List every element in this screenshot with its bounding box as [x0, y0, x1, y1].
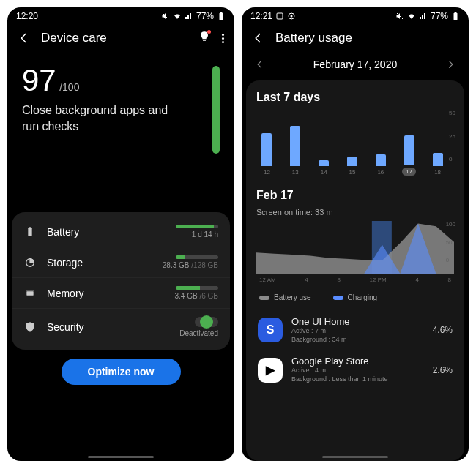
app-row[interactable]: ▶Google Play StoreActive : 4 mBackground… — [256, 350, 454, 389]
svg-rect-6 — [28, 228, 31, 236]
more-icon[interactable] — [222, 34, 224, 43]
page-title: Device care — [41, 31, 188, 45]
status-icon — [287, 12, 296, 20]
memory-icon — [23, 287, 37, 300]
nav-indicator — [88, 456, 154, 458]
header: Battery usage — [242, 25, 469, 51]
bar-label: 15 — [349, 169, 356, 176]
bar — [404, 135, 414, 165]
bar-col[interactable]: 12 — [256, 133, 278, 176]
usage-panel: Last 7 days 1213141516171850250 Feb 17 S… — [246, 80, 464, 461]
battery-icon — [451, 12, 460, 20]
mute-icon — [395, 12, 404, 20]
wifi-icon — [407, 12, 416, 20]
app-name: Google Play Store — [291, 356, 424, 367]
storage-label: Storage — [47, 257, 152, 269]
bar — [261, 133, 272, 166]
security-status: Deactivated — [179, 329, 218, 337]
bar — [290, 126, 300, 166]
bar-col[interactable]: 16 — [370, 154, 391, 176]
status-battery-pct: 77% — [431, 11, 448, 21]
score-bar — [212, 66, 220, 154]
wifi-icon — [173, 12, 182, 20]
memory-used: 3.4 GB — [175, 292, 198, 300]
memory-label: Memory — [47, 288, 165, 299]
battery-icon — [23, 225, 37, 239]
last7-title: Last 7 days — [256, 91, 454, 104]
bar-label: 14 — [321, 169, 327, 176]
status-icon — [275, 12, 284, 20]
svg-rect-7 — [29, 227, 31, 228]
status-bar: 12:21 77% — [242, 7, 469, 25]
screen-on-time: Screen on time: 33 m — [256, 208, 454, 217]
signal-icon — [185, 12, 193, 20]
header: Device care — [7, 25, 234, 51]
legend-battery: Battery use — [274, 293, 311, 301]
next-date-icon[interactable] — [445, 59, 455, 70]
bar-col[interactable]: 18 — [427, 153, 448, 176]
svg-point-12 — [291, 15, 293, 18]
score-message: Close background apps and run checks — [22, 102, 176, 134]
shield-icon — [23, 320, 37, 334]
today-chart[interactable]: 100500 — [256, 221, 454, 274]
svg-rect-4 — [220, 13, 223, 20]
app-icon: S — [258, 318, 283, 342]
battery-time: 1 d 14 h — [192, 230, 218, 239]
back-icon[interactable] — [18, 31, 31, 45]
score-area: 97 /100 Close background apps and run ch… — [7, 51, 234, 161]
score-denom: /100 — [59, 81, 79, 93]
storage-icon — [23, 256, 37, 269]
app-name: One UI Home — [291, 316, 424, 327]
memory-row[interactable]: Memory 3.4 GB /6 GB — [12, 277, 230, 308]
svg-rect-15 — [455, 12, 457, 13]
security-row[interactable]: Security Deactivated — [12, 308, 230, 345]
status-time: 12:21 — [250, 11, 272, 21]
svg-rect-14 — [454, 13, 458, 20]
date-nav: February 17, 2020 — [242, 51, 469, 78]
bar — [347, 157, 357, 166]
bar — [376, 154, 386, 166]
app-active: Active : 4 m — [291, 367, 424, 375]
today-title: Feb 17 — [256, 189, 454, 202]
memory-total: /6 GB — [199, 292, 218, 300]
optimize-button[interactable]: Optimize now — [62, 359, 181, 385]
battery-row[interactable]: Battery 1 d 14 h — [12, 217, 230, 247]
bar-col[interactable]: 13 — [285, 126, 306, 176]
bar-label: 18 — [434, 169, 441, 176]
bar-label: 12 — [264, 169, 270, 176]
battery-icon — [217, 12, 226, 20]
security-toggle[interactable] — [195, 317, 218, 327]
svg-rect-5 — [220, 12, 223, 13]
app-active: Active : 7 m — [291, 327, 424, 336]
security-label: Security — [47, 321, 169, 333]
app-background: Background : Less than 1 minute — [291, 375, 424, 384]
back-icon[interactable] — [252, 31, 265, 45]
bar-col[interactable]: 17 — [398, 135, 420, 176]
status-battery-pct: 77% — [196, 11, 214, 21]
tips-icon[interactable] — [198, 31, 210, 45]
storage-total: /128 GB — [191, 261, 218, 269]
legend-charging: Charging — [348, 293, 378, 301]
app-pct: 4.6% — [433, 325, 453, 335]
status-bar: 12:20 77% — [7, 7, 234, 25]
bar-col[interactable]: 15 — [342, 157, 363, 176]
bar — [319, 160, 329, 166]
status-time: 12:20 — [16, 11, 38, 21]
score-value: 97 — [22, 63, 56, 97]
bar-label: 17 — [402, 168, 416, 176]
app-row[interactable]: SOne UI HomeActive : 7 mBackground : 34 … — [256, 310, 454, 350]
svg-rect-10 — [277, 13, 283, 19]
last7-chart[interactable]: 1213141516171850250 — [256, 110, 454, 176]
cards-panel: Battery 1 d 14 h Storage 28.3 GB /128 GB… — [12, 212, 230, 350]
bar-label: 16 — [377, 169, 384, 176]
app-background: Background : 34 m — [291, 336, 424, 345]
bar-label: 13 — [292, 169, 299, 176]
battery-label: Battery — [47, 226, 166, 238]
bar-col[interactable]: 14 — [313, 160, 335, 176]
legend: Battery use Charging — [256, 289, 454, 310]
bar — [433, 153, 443, 166]
svg-rect-9 — [26, 291, 33, 295]
prev-date-icon[interactable] — [255, 59, 265, 70]
signal-icon — [419, 12, 428, 20]
storage-row[interactable]: Storage 28.3 GB /128 GB — [12, 247, 230, 277]
